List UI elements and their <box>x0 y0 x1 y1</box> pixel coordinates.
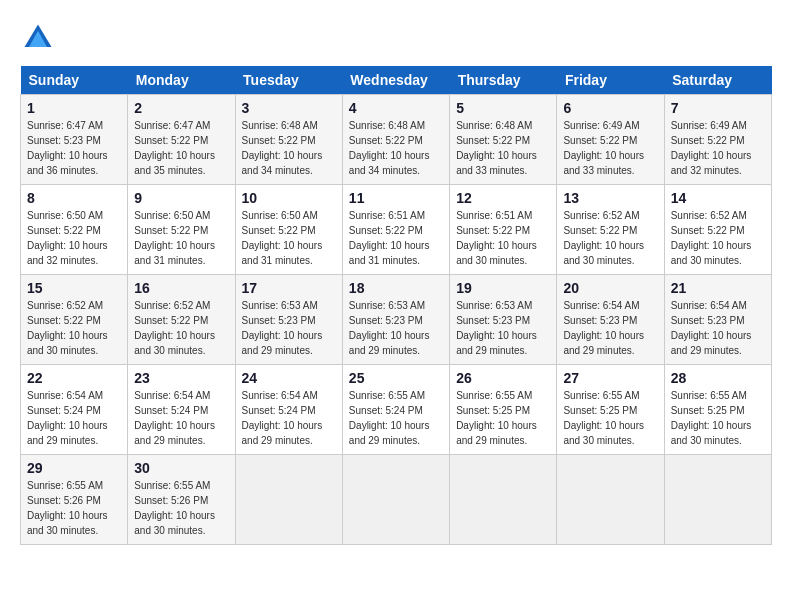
logo <box>20 20 62 56</box>
logo-icon <box>20 20 56 56</box>
calendar-cell <box>664 455 771 545</box>
calendar-cell: 5Sunrise: 6:48 AM Sunset: 5:22 PM Daylig… <box>450 95 557 185</box>
day-number: 3 <box>242 100 336 116</box>
day-info: Sunrise: 6:52 AM Sunset: 5:22 PM Dayligh… <box>671 208 765 268</box>
calendar-cell: 25Sunrise: 6:55 AM Sunset: 5:24 PM Dayli… <box>342 365 449 455</box>
calendar-cell: 23Sunrise: 6:54 AM Sunset: 5:24 PM Dayli… <box>128 365 235 455</box>
header-thursday: Thursday <box>450 66 557 95</box>
calendar-cell: 13Sunrise: 6:52 AM Sunset: 5:22 PM Dayli… <box>557 185 664 275</box>
calendar-cell: 19Sunrise: 6:53 AM Sunset: 5:23 PM Dayli… <box>450 275 557 365</box>
day-info: Sunrise: 6:55 AM Sunset: 5:24 PM Dayligh… <box>349 388 443 448</box>
calendar-cell: 11Sunrise: 6:51 AM Sunset: 5:22 PM Dayli… <box>342 185 449 275</box>
day-info: Sunrise: 6:50 AM Sunset: 5:22 PM Dayligh… <box>27 208 121 268</box>
day-number: 8 <box>27 190 121 206</box>
day-info: Sunrise: 6:52 AM Sunset: 5:22 PM Dayligh… <box>134 298 228 358</box>
header-friday: Friday <box>557 66 664 95</box>
calendar-cell: 27Sunrise: 6:55 AM Sunset: 5:25 PM Dayli… <box>557 365 664 455</box>
day-number: 25 <box>349 370 443 386</box>
day-info: Sunrise: 6:54 AM Sunset: 5:23 PM Dayligh… <box>671 298 765 358</box>
day-info: Sunrise: 6:50 AM Sunset: 5:22 PM Dayligh… <box>242 208 336 268</box>
calendar-cell: 3Sunrise: 6:48 AM Sunset: 5:22 PM Daylig… <box>235 95 342 185</box>
calendar-cell: 21Sunrise: 6:54 AM Sunset: 5:23 PM Dayli… <box>664 275 771 365</box>
day-number: 14 <box>671 190 765 206</box>
day-info: Sunrise: 6:53 AM Sunset: 5:23 PM Dayligh… <box>456 298 550 358</box>
header-saturday: Saturday <box>664 66 771 95</box>
week-row-2: 8Sunrise: 6:50 AM Sunset: 5:22 PM Daylig… <box>21 185 772 275</box>
calendar-cell: 17Sunrise: 6:53 AM Sunset: 5:23 PM Dayli… <box>235 275 342 365</box>
calendar-cell: 7Sunrise: 6:49 AM Sunset: 5:22 PM Daylig… <box>664 95 771 185</box>
calendar-cell: 4Sunrise: 6:48 AM Sunset: 5:22 PM Daylig… <box>342 95 449 185</box>
calendar-cell: 29Sunrise: 6:55 AM Sunset: 5:26 PM Dayli… <box>21 455 128 545</box>
day-number: 24 <box>242 370 336 386</box>
day-info: Sunrise: 6:54 AM Sunset: 5:24 PM Dayligh… <box>242 388 336 448</box>
calendar-cell: 9Sunrise: 6:50 AM Sunset: 5:22 PM Daylig… <box>128 185 235 275</box>
day-info: Sunrise: 6:51 AM Sunset: 5:22 PM Dayligh… <box>349 208 443 268</box>
calendar-cell: 24Sunrise: 6:54 AM Sunset: 5:24 PM Dayli… <box>235 365 342 455</box>
day-info: Sunrise: 6:48 AM Sunset: 5:22 PM Dayligh… <box>242 118 336 178</box>
day-number: 20 <box>563 280 657 296</box>
day-number: 4 <box>349 100 443 116</box>
week-row-5: 29Sunrise: 6:55 AM Sunset: 5:26 PM Dayli… <box>21 455 772 545</box>
day-number: 26 <box>456 370 550 386</box>
header-wednesday: Wednesday <box>342 66 449 95</box>
calendar-cell <box>342 455 449 545</box>
day-info: Sunrise: 6:55 AM Sunset: 5:25 PM Dayligh… <box>671 388 765 448</box>
day-info: Sunrise: 6:48 AM Sunset: 5:22 PM Dayligh… <box>349 118 443 178</box>
week-row-4: 22Sunrise: 6:54 AM Sunset: 5:24 PM Dayli… <box>21 365 772 455</box>
calendar-cell: 2Sunrise: 6:47 AM Sunset: 5:22 PM Daylig… <box>128 95 235 185</box>
calendar-cell: 10Sunrise: 6:50 AM Sunset: 5:22 PM Dayli… <box>235 185 342 275</box>
day-info: Sunrise: 6:47 AM Sunset: 5:23 PM Dayligh… <box>27 118 121 178</box>
calendar-cell: 14Sunrise: 6:52 AM Sunset: 5:22 PM Dayli… <box>664 185 771 275</box>
day-number: 10 <box>242 190 336 206</box>
day-info: Sunrise: 6:49 AM Sunset: 5:22 PM Dayligh… <box>563 118 657 178</box>
calendar-cell <box>450 455 557 545</box>
day-number: 28 <box>671 370 765 386</box>
day-number: 12 <box>456 190 550 206</box>
week-row-3: 15Sunrise: 6:52 AM Sunset: 5:22 PM Dayli… <box>21 275 772 365</box>
calendar-cell: 30Sunrise: 6:55 AM Sunset: 5:26 PM Dayli… <box>128 455 235 545</box>
day-info: Sunrise: 6:53 AM Sunset: 5:23 PM Dayligh… <box>349 298 443 358</box>
calendar-cell: 1Sunrise: 6:47 AM Sunset: 5:23 PM Daylig… <box>21 95 128 185</box>
day-info: Sunrise: 6:54 AM Sunset: 5:24 PM Dayligh… <box>27 388 121 448</box>
day-number: 1 <box>27 100 121 116</box>
calendar-body: 1Sunrise: 6:47 AM Sunset: 5:23 PM Daylig… <box>21 95 772 545</box>
calendar-cell: 16Sunrise: 6:52 AM Sunset: 5:22 PM Dayli… <box>128 275 235 365</box>
day-number: 18 <box>349 280 443 296</box>
calendar-cell: 6Sunrise: 6:49 AM Sunset: 5:22 PM Daylig… <box>557 95 664 185</box>
day-number: 17 <box>242 280 336 296</box>
calendar-cell: 15Sunrise: 6:52 AM Sunset: 5:22 PM Dayli… <box>21 275 128 365</box>
day-number: 6 <box>563 100 657 116</box>
calendar-cell: 18Sunrise: 6:53 AM Sunset: 5:23 PM Dayli… <box>342 275 449 365</box>
day-number: 29 <box>27 460 121 476</box>
day-number: 7 <box>671 100 765 116</box>
day-number: 23 <box>134 370 228 386</box>
day-number: 15 <box>27 280 121 296</box>
day-number: 27 <box>563 370 657 386</box>
day-info: Sunrise: 6:54 AM Sunset: 5:24 PM Dayligh… <box>134 388 228 448</box>
day-info: Sunrise: 6:51 AM Sunset: 5:22 PM Dayligh… <box>456 208 550 268</box>
calendar-header: SundayMondayTuesdayWednesdayThursdayFrid… <box>21 66 772 95</box>
day-number: 2 <box>134 100 228 116</box>
calendar-cell: 28Sunrise: 6:55 AM Sunset: 5:25 PM Dayli… <box>664 365 771 455</box>
day-info: Sunrise: 6:52 AM Sunset: 5:22 PM Dayligh… <box>563 208 657 268</box>
day-number: 11 <box>349 190 443 206</box>
day-number: 9 <box>134 190 228 206</box>
calendar-cell: 12Sunrise: 6:51 AM Sunset: 5:22 PM Dayli… <box>450 185 557 275</box>
day-number: 16 <box>134 280 228 296</box>
week-row-1: 1Sunrise: 6:47 AM Sunset: 5:23 PM Daylig… <box>21 95 772 185</box>
day-number: 13 <box>563 190 657 206</box>
day-info: Sunrise: 6:53 AM Sunset: 5:23 PM Dayligh… <box>242 298 336 358</box>
day-number: 21 <box>671 280 765 296</box>
calendar-cell: 22Sunrise: 6:54 AM Sunset: 5:24 PM Dayli… <box>21 365 128 455</box>
day-info: Sunrise: 6:47 AM Sunset: 5:22 PM Dayligh… <box>134 118 228 178</box>
day-info: Sunrise: 6:49 AM Sunset: 5:22 PM Dayligh… <box>671 118 765 178</box>
header-monday: Monday <box>128 66 235 95</box>
calendar-cell: 8Sunrise: 6:50 AM Sunset: 5:22 PM Daylig… <box>21 185 128 275</box>
calendar-cell: 26Sunrise: 6:55 AM Sunset: 5:25 PM Dayli… <box>450 365 557 455</box>
day-number: 30 <box>134 460 228 476</box>
day-info: Sunrise: 6:52 AM Sunset: 5:22 PM Dayligh… <box>27 298 121 358</box>
day-info: Sunrise: 6:55 AM Sunset: 5:26 PM Dayligh… <box>134 478 228 538</box>
calendar-table: SundayMondayTuesdayWednesdayThursdayFrid… <box>20 66 772 545</box>
day-number: 22 <box>27 370 121 386</box>
calendar-cell <box>235 455 342 545</box>
